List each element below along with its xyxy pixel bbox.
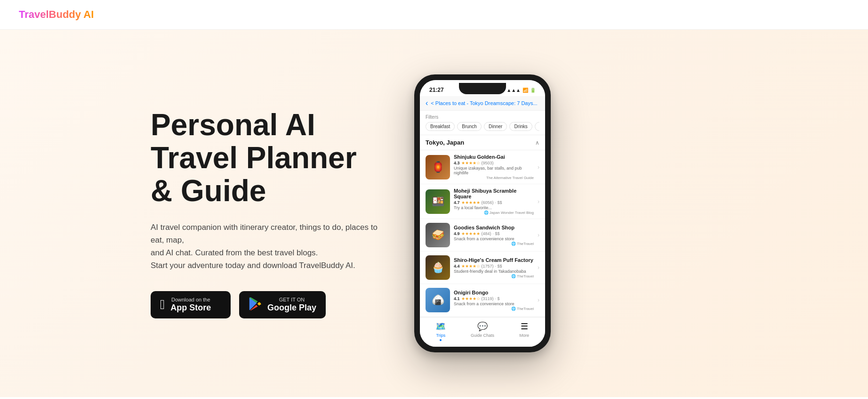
description-line2: and AI chat. Curated from the best trave… [151,248,318,257]
more-icon: ☰ [521,321,528,332]
place-item-shirohige[interactable]: 🧁 Shiro-Hige's Cream Puff Factory 4.4 ★★… [420,252,545,284]
place-source-3: 🌐 TheTravel [454,242,534,246]
app-store-button[interactable]:  Download on the App Store [151,291,231,319]
place-source-5: 🌐 TheTravel [454,307,534,311]
chevron-right-icon-3: › [538,232,539,238]
filter-chip-dinner[interactable]: Dinner [484,122,507,131]
place-name-4: Shiro-Hige's Cream Puff Factory [454,257,534,263]
place-desc-4: Student-friendly deal in Takadanobaba [454,269,534,274]
google-play-small-text: GET IT ON [267,297,316,303]
description-line1: AI travel companion with itinerary creat… [151,223,378,244]
header: TravelBuddy AI [0,0,868,30]
thumb-emoji-2: 🍱 [426,189,450,214]
filter-chip-brunch[interactable]: Brunch [457,122,482,131]
places-list: 🏮 Shinjuku Golden-Gai 4.3 ★★★★☆ (9503) U… [420,150,545,317]
google-play-big-text: Google Play [267,303,316,313]
place-desc-1: Unique izakayas, bar stalls, and pub nig… [454,166,534,175]
thumb-emoji-1: 🏮 [426,155,450,179]
place-thumbnail-goodies: 🥪 [426,223,450,247]
trips-icon: 🗺️ [435,321,446,332]
chevron-right-icon-1: › [538,164,539,171]
place-thumbnail-shibuya: 🍱 [426,189,450,214]
filter-chip-lunch[interactable]: Lunch [535,122,539,131]
place-rating-1: 4.3 ★★★★☆ (9503) [454,161,534,165]
place-name-1: Shinjuku Golden-Gai [454,154,534,160]
google-play-icon [249,297,262,312]
phone-nav[interactable]: ‹ < Places to eat - Tokyo Dreamscape: 7 … [420,96,545,111]
place-rating-2: 4.7 ★★★★★ (6056) · $$ [454,200,534,205]
phone-screen: 21:27 ▲▲▲ 📶 🔋 ‹ < Places to eat - Tokyo … [420,80,545,347]
collapse-icon[interactable]: ∧ [535,139,539,146]
status-icons: ▲▲▲ 📶 🔋 [506,88,536,93]
place-info-shibuya: Moheji Shibuya Scramble Square 4.7 ★★★★★… [454,188,534,215]
place-source-4: 🌐 TheTravel [454,274,534,278]
google-play-button[interactable]: GET IT ON Google Play [239,291,326,319]
hero-title: Personal AI Travel Planner & Guide [151,108,386,208]
nav-title: < Places to eat - Tokyo Dreamscape: 7 Da… [431,100,539,106]
tab-guide-chats-label: Guide Chats [471,333,494,338]
place-desc-3: Snack from a convenience store [454,236,534,241]
phone-mockup: 21:27 ▲▲▲ 📶 🔋 ‹ < Places to eat - Tokyo … [414,74,551,352]
place-item-onigiri[interactable]: 🍙 Onigiri Bongo 4.1 ★★★★☆ (3119) · $ Sna… [420,284,545,317]
place-thumbnail-shirohige: 🧁 [426,255,450,280]
place-source-1: The Alternative Travel Guide [454,176,534,180]
hero-section: Personal AI Travel Planner & Guide AI tr… [0,30,868,397]
battery-icon: 🔋 [530,88,536,93]
tab-active-indicator [440,339,442,341]
place-name-3: Goodies Sandwich Shop [454,225,534,230]
filters-label: Filters [426,114,539,120]
place-thumbnail-onigiri: 🍙 [426,288,450,312]
app-store-big-text: App Store [170,303,211,313]
wifi-icon: 📶 [522,88,528,93]
filters-section: Filters Breakfast Brunch Dinner Drinks L… [420,111,545,135]
tab-trips-label: Trips [436,333,446,338]
place-item-shibuya[interactable]: 🍱 Moheji Shibuya Scramble Square 4.7 ★★★… [420,184,545,219]
description-line3: Start your adventure today and download … [151,261,355,270]
chevron-right-icon-2: › [538,198,539,205]
place-info-shirohige: Shiro-Hige's Cream Puff Factory 4.4 ★★★★… [454,257,534,278]
logo[interactable]: TravelBuddy AI [19,8,94,20]
chevron-right-icon-4: › [538,264,539,271]
place-info-goodies: Goodies Sandwich Shop 4.9 ★★★★★ (484) · … [454,225,534,246]
filter-chip-breakfast[interactable]: Breakfast [426,122,455,131]
location-title: Tokyo, Japan [426,139,464,146]
tab-trips[interactable]: 🗺️ Trips [420,321,462,341]
tab-more[interactable]: ☰ More [503,321,545,341]
place-source-2: 🌐 Japan Wonder Travel Blog [454,211,534,215]
place-info-onigiri: Onigiri Bongo 4.1 ★★★★☆ (3119) · $ Snack… [454,290,534,311]
thumb-emoji-5: 🍙 [426,288,450,312]
place-desc-5: Snack from a convenience store [454,301,534,306]
phone-time: 21:27 [429,87,444,93]
app-store-small-text: Download on the [170,297,211,303]
hero-description: AI travel companion with itinerary creat… [151,221,386,272]
place-thumbnail-shinjuku: 🏮 [426,155,450,179]
phone-frame: 21:27 ▲▲▲ 📶 🔋 ‹ < Places to eat - Tokyo … [414,74,551,352]
phone-notch [459,83,506,94]
location-header: Tokyo, Japan ∧ [420,135,545,150]
store-buttons:  Download on the App Store G [151,291,386,319]
place-info-shinjuku: Shinjuku Golden-Gai 4.3 ★★★★☆ (9503) Uni… [454,154,534,180]
filter-chips: Breakfast Brunch Dinner Drinks Lunch Sn.… [426,122,539,131]
place-name-5: Onigiri Bongo [454,290,534,295]
place-rating-4: 4.4 ★★★★☆ (1757) · $$ [454,264,534,269]
filter-chip-drinks[interactable]: Drinks [509,122,532,131]
thumb-emoji-4: 🧁 [426,255,450,280]
thumb-emoji-3: 🥪 [426,223,450,247]
tab-guide-chats[interactable]: 💬 Guide Chats [462,321,504,341]
place-item-shinjuku[interactable]: 🏮 Shinjuku Golden-Gai 4.3 ★★★★☆ (9503) U… [420,150,545,184]
place-rating-3: 4.9 ★★★★★ (484) · $$ [454,231,534,236]
hero-content: Personal AI Travel Planner & Guide AI tr… [151,108,414,319]
bottom-tab-bar: 🗺️ Trips 💬 Guide Chats ☰ More [420,317,545,347]
place-desc-2: Try a local favorite... [454,205,534,210]
tab-more-label: More [519,333,529,338]
apple-icon:  [160,298,165,311]
place-rating-5: 4.1 ★★★★☆ (3119) · $ [454,296,534,301]
back-arrow-icon[interactable]: ‹ [426,99,428,107]
signal-icon: ▲▲▲ [506,88,521,93]
guide-chats-icon: 💬 [477,321,488,332]
place-name-2: Moheji Shibuya Scramble Square [454,188,534,199]
chevron-right-icon-5: › [538,297,539,303]
place-item-goodies[interactable]: 🥪 Goodies Sandwich Shop 4.9 ★★★★★ (484) … [420,219,545,252]
